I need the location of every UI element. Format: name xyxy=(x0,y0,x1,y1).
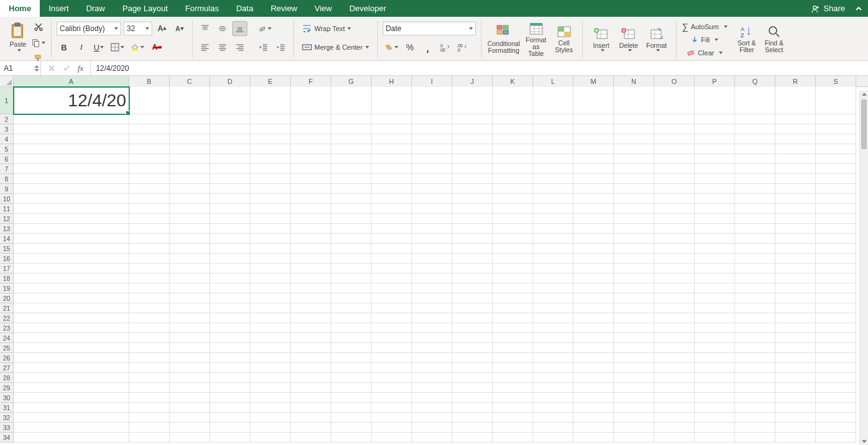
cell[interactable] xyxy=(493,293,533,303)
cell[interactable] xyxy=(210,373,250,383)
cell[interactable] xyxy=(372,303,412,313)
cell[interactable] xyxy=(210,353,250,363)
cell[interactable] xyxy=(493,114,533,124)
cell[interactable] xyxy=(250,87,291,114)
cell[interactable] xyxy=(129,174,170,184)
cell[interactable] xyxy=(533,164,573,174)
cell[interactable] xyxy=(170,293,210,303)
cell[interactable] xyxy=(695,273,735,283)
cell[interactable] xyxy=(129,303,170,313)
cell[interactable] xyxy=(493,363,533,373)
cell[interactable] xyxy=(412,333,452,343)
cell[interactable] xyxy=(14,323,129,333)
number-format-combo[interactable]: Date xyxy=(383,22,476,35)
cell[interactable] xyxy=(816,124,856,134)
cell[interactable] xyxy=(816,273,856,283)
cell[interactable] xyxy=(493,244,533,254)
cell[interactable] xyxy=(291,254,331,264)
cell[interactable] xyxy=(573,154,614,164)
cell[interactable] xyxy=(412,144,452,154)
row-header[interactable]: 18 xyxy=(0,273,14,283)
cell[interactable] xyxy=(14,313,129,323)
cell[interactable] xyxy=(654,383,695,393)
row-header[interactable]: 10 xyxy=(0,194,14,204)
cell[interactable] xyxy=(533,363,573,373)
cell[interactable] xyxy=(533,174,573,184)
cell[interactable] xyxy=(533,224,573,234)
cell[interactable] xyxy=(533,134,573,144)
name-box-spinner[interactable] xyxy=(34,65,39,71)
cell[interactable] xyxy=(372,373,412,383)
cell[interactable] xyxy=(452,144,493,154)
cell[interactable] xyxy=(210,383,250,393)
align-right-button[interactable] xyxy=(232,40,247,55)
cell[interactable] xyxy=(654,244,695,254)
cell[interactable] xyxy=(14,204,129,214)
cell[interactable] xyxy=(573,254,614,264)
cell[interactable] xyxy=(816,264,856,273)
cell[interactable] xyxy=(654,144,695,154)
column-header[interactable]: I xyxy=(412,76,452,87)
cell[interactable] xyxy=(775,273,816,283)
cell[interactable] xyxy=(372,134,412,144)
cell[interactable] xyxy=(816,303,856,313)
cell[interactable] xyxy=(250,363,291,373)
cell[interactable] xyxy=(291,154,331,164)
cell[interactable] xyxy=(493,164,533,174)
column-header[interactable]: H xyxy=(372,76,412,87)
row-header[interactable]: 34 xyxy=(0,433,14,443)
cell[interactable] xyxy=(291,114,331,124)
cell[interactable] xyxy=(372,184,412,194)
cell[interactable] xyxy=(170,134,210,144)
cell[interactable] xyxy=(291,353,331,363)
cell[interactable] xyxy=(210,234,250,244)
cell[interactable] xyxy=(695,313,735,323)
cell[interactable] xyxy=(816,114,856,124)
cell[interactable] xyxy=(533,313,573,323)
cell[interactable] xyxy=(735,234,775,244)
cell[interactable] xyxy=(775,363,816,373)
cell[interactable] xyxy=(291,313,331,323)
cell[interactable] xyxy=(170,124,210,134)
cell[interactable] xyxy=(210,244,250,254)
cell[interactable] xyxy=(614,224,654,234)
cell[interactable] xyxy=(129,403,170,413)
vertical-scrollbar[interactable] xyxy=(859,91,868,445)
cell[interactable] xyxy=(735,343,775,353)
cell[interactable] xyxy=(533,423,573,433)
cell[interactable] xyxy=(654,174,695,184)
cell[interactable] xyxy=(654,184,695,194)
cell[interactable] xyxy=(14,433,129,443)
cell[interactable] xyxy=(452,114,493,124)
cell[interactable] xyxy=(372,264,412,273)
column-header[interactable]: P xyxy=(695,76,735,87)
cell[interactable] xyxy=(372,194,412,204)
cell[interactable] xyxy=(14,214,129,224)
cell[interactable] xyxy=(210,254,250,264)
cell[interactable] xyxy=(129,87,170,114)
cell[interactable] xyxy=(695,393,735,403)
delete-cells-button[interactable]: Delete xyxy=(615,19,642,59)
cell[interactable] xyxy=(533,144,573,154)
cell[interactable] xyxy=(816,244,856,254)
font-size-combo[interactable]: 32 xyxy=(124,22,152,35)
cell[interactable] xyxy=(614,164,654,174)
cell[interactable] xyxy=(210,293,250,303)
cell[interactable] xyxy=(291,124,331,134)
cell[interactable] xyxy=(573,293,614,303)
cell[interactable] xyxy=(573,383,614,393)
cell[interactable] xyxy=(452,413,493,423)
cell[interactable] xyxy=(331,303,372,313)
cell[interactable] xyxy=(331,194,372,204)
cell[interactable] xyxy=(735,194,775,204)
cell[interactable] xyxy=(170,313,210,323)
cell[interactable] xyxy=(129,313,170,323)
cell[interactable] xyxy=(129,363,170,373)
cell[interactable] xyxy=(250,333,291,343)
cell[interactable] xyxy=(573,194,614,204)
tab-review[interactable]: Review xyxy=(262,0,306,17)
cell[interactable] xyxy=(170,174,210,184)
cell[interactable] xyxy=(654,214,695,224)
cell-styles-button[interactable]: Cell Styles xyxy=(551,19,577,59)
cell[interactable] xyxy=(735,124,775,134)
